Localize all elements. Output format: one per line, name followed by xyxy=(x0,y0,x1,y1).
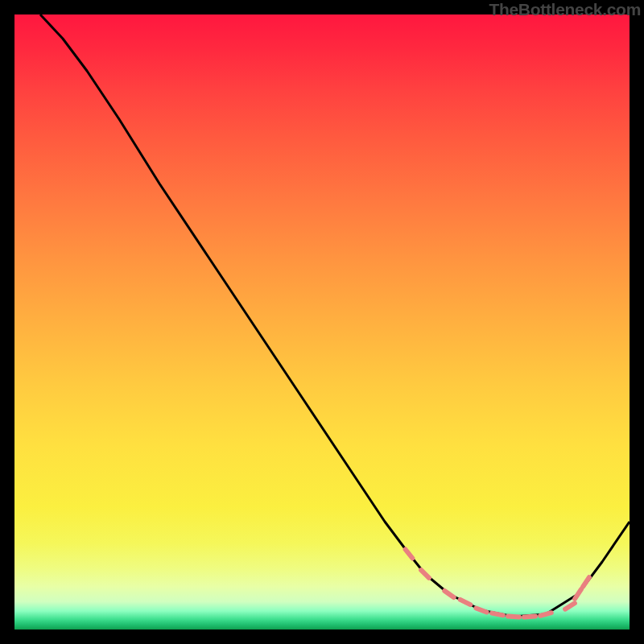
marker-dash xyxy=(476,609,486,613)
marker-dash xyxy=(508,617,519,617)
chart-svg xyxy=(14,14,630,630)
marker-dash xyxy=(565,603,575,609)
marker-dash xyxy=(575,589,581,599)
watermark-text: TheBottleneck.com xyxy=(489,0,641,19)
marker-dash xyxy=(421,570,429,578)
bottleneck-curve xyxy=(40,14,630,617)
marker-dash xyxy=(444,591,453,597)
highlight-markers xyxy=(406,550,589,617)
chart-frame: TheBottleneck.com xyxy=(0,0,644,644)
marker-dash xyxy=(492,613,503,616)
marker-dash xyxy=(406,550,413,559)
marker-dash xyxy=(460,600,471,605)
plot-area xyxy=(14,14,630,630)
marker-dash xyxy=(524,617,535,617)
marker-dash xyxy=(583,577,589,587)
marker-dash xyxy=(540,613,551,616)
